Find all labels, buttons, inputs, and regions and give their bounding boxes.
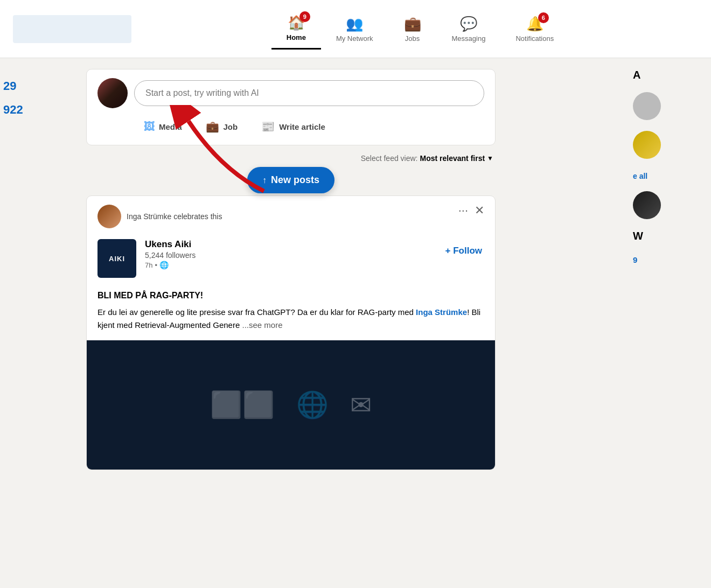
jobs-icon: 💼 (404, 16, 421, 32)
company-logo-text: AIKI (109, 255, 125, 263)
write-article-button[interactable]: 📰 Write article (252, 115, 335, 138)
feed-area: 🖼 Media 💼 Job 📰 Write article Select fee… (86, 69, 496, 470)
right-label-a: A (633, 69, 706, 81)
new-posts-container: ↑ New posts (86, 167, 496, 193)
follow-button[interactable]: + Follow (443, 241, 484, 261)
sidebar-number-2: 922 (3, 98, 33, 122)
sidebar-number-1: 29 (3, 74, 33, 98)
post-time: 7h (145, 261, 152, 269)
messaging-label: Messaging (452, 34, 486, 43)
article-icon: 📰 (261, 120, 275, 133)
left-sidebar-numbers: 29 922 (0, 58, 37, 138)
linkedin-logo (13, 15, 131, 43)
more-options-button[interactable]: ··· (458, 205, 468, 216)
company-followers: 5,244 followers (145, 251, 196, 260)
post-body-text: Er du lei av generelle og lite presise s… (97, 307, 416, 317)
notifications-icon-wrap: 🔔 6 (526, 16, 543, 32)
composer-actions: 🖼 Media 💼 Job 📰 Write article (97, 115, 484, 138)
navbar: 🏠 9 Home 👥 My Network 💼 Jobs 💬 Messaging (0, 0, 711, 58)
nav-item-home[interactable]: 🏠 9 Home (271, 8, 321, 50)
post-media: ⬜⬜ 🌐 ✉ (87, 340, 495, 470)
feed-view-selector[interactable]: Select feed view: Most relevant first ▼ (86, 150, 496, 167)
post-body: Er du lei av generelle og lite presise s… (97, 306, 484, 332)
navbar-nav: 🏠 9 Home 👥 My Network 💼 Jobs 💬 Messaging (142, 8, 698, 50)
post-title: BLI MED PÅ RAG-PARTY! (97, 289, 484, 303)
messaging-icon: 💬 (460, 16, 477, 32)
my-network-icon: 👥 (346, 16, 363, 32)
follow-label: + Follow (445, 246, 482, 256)
post-card: Inga Strümke celebrates this ··· ✕ AIKI … (86, 195, 496, 470)
see-more-link[interactable]: ...see more (240, 320, 282, 330)
job-button[interactable]: 💼 Job (196, 115, 248, 138)
navbar-left (13, 15, 142, 43)
right-avatar-1 (633, 92, 661, 120)
post-header-actions: ··· ✕ (458, 205, 484, 216)
new-posts-button[interactable]: ↑ New posts (247, 167, 334, 193)
nav-item-my-network[interactable]: 👥 My Network (321, 9, 388, 49)
nav-item-jobs[interactable]: 💼 Jobs (388, 9, 437, 49)
arrow-up-icon: ↑ (262, 176, 267, 185)
company-section: AIKI Ukens Aiki 5,244 followers 7h • 🌐 +… (87, 235, 495, 284)
right-label-w: W (633, 230, 706, 242)
home-icon-wrap: 🏠 9 (288, 15, 305, 31)
media-envelope-icon: ✉ (350, 390, 372, 420)
home-badge: 9 (299, 11, 310, 22)
feed-view-label: Select feed view: (361, 154, 418, 163)
right-sidebar: A e all W 9 (628, 58, 711, 275)
globe-icon: 🌐 (159, 261, 169, 269)
post-header-left: Inga Strümke celebrates this (97, 205, 222, 228)
jobs-icon-wrap: 💼 (404, 16, 421, 32)
media-icon: 🖼 (144, 121, 155, 133)
media-squares-icon: ⬜⬜ (210, 390, 275, 420)
post-header: Inga Strümke celebrates this ··· ✕ (87, 196, 495, 235)
nav-item-notifications[interactable]: 🔔 6 Notifications (500, 9, 569, 49)
post-mention[interactable]: Inga Strümke (416, 307, 467, 317)
post-input[interactable] (134, 80, 484, 106)
chevron-down-icon: ▼ (487, 155, 493, 162)
post-composer: 🖼 Media 💼 Job 📰 Write article (86, 69, 496, 145)
job-label: Job (224, 122, 238, 131)
home-label: Home (287, 33, 306, 41)
feed-view-selected: Most relevant first (420, 154, 485, 163)
close-post-button[interactable]: ✕ (475, 205, 484, 216)
company-info: Ukens Aiki 5,244 followers 7h • 🌐 (145, 239, 196, 269)
company-left: AIKI Ukens Aiki 5,244 followers 7h • 🌐 (97, 239, 196, 278)
post-activity-text: Inga Strümke celebrates this (127, 212, 222, 221)
company-meta: 7h • 🌐 (145, 261, 196, 269)
jobs-label: Jobs (405, 34, 420, 43)
separator: • (155, 261, 157, 269)
post-author-avatar (97, 205, 121, 228)
right-avatar-gold (633, 131, 661, 159)
nav-item-messaging[interactable]: 💬 Messaging (437, 9, 501, 49)
my-network-label: My Network (336, 34, 373, 43)
notifications-badge: 6 (538, 12, 549, 23)
main-content: 🖼 Media 💼 Job 📰 Write article Select fee… (38, 58, 630, 481)
article-label: Write article (279, 122, 325, 131)
my-network-icon-wrap: 👥 (346, 16, 363, 32)
messaging-icon-wrap: 💬 (460, 16, 477, 32)
new-posts-label: New posts (271, 174, 319, 186)
user-avatar (97, 78, 128, 108)
media-label: Media (159, 122, 182, 131)
right-number-9: 9 (633, 255, 706, 264)
company-logo: AIKI (97, 239, 136, 278)
right-avatar-dark (633, 191, 661, 219)
company-name[interactable]: Ukens Aiki (145, 239, 196, 250)
see-all-label[interactable]: e all (633, 172, 706, 180)
notifications-label: Notifications (515, 34, 554, 43)
composer-top (97, 78, 484, 108)
job-icon: 💼 (206, 120, 219, 133)
media-button[interactable]: 🖼 Media (134, 115, 192, 138)
post-content: BLI MED PÅ RAG-PARTY! Er du lei av gener… (87, 284, 495, 340)
media-globe-icon: 🌐 (296, 390, 329, 420)
